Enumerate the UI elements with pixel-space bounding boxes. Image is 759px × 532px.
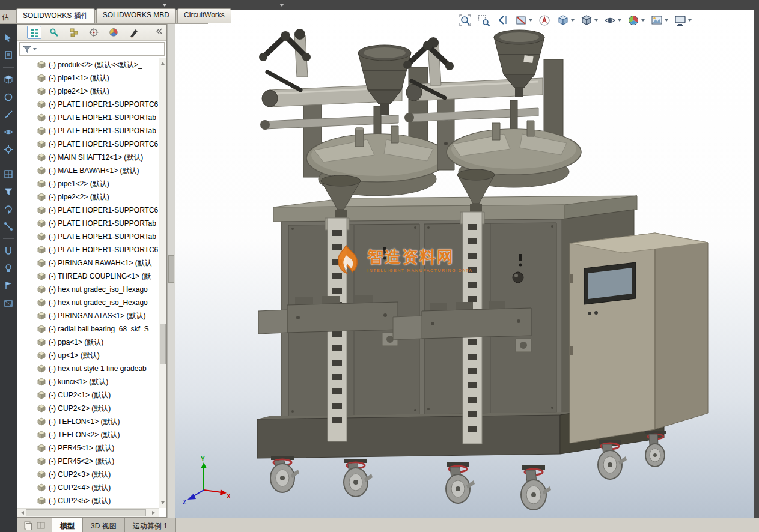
dock-bulb-icon[interactable] — [3, 263, 14, 274]
tree-item[interactable]: (-) PLATE HOPER1-SUPPORTC6 — [17, 98, 159, 111]
tab-solidworks-addins[interactable]: SOLIDWORKS 插件 — [16, 8, 95, 23]
tab-motion-study-1[interactable]: 运动算例 1 — [125, 518, 176, 532]
dimxpertmanager-tab[interactable] — [87, 26, 101, 39]
tree-item[interactable]: (-) TEFLON<2> (默认) — [17, 428, 159, 441]
tree-item[interactable]: (-) PLATE HOPER1-SUPPORTC6 — [17, 138, 159, 151]
dock-grid-icon[interactable] — [3, 169, 14, 180]
tree-item[interactable]: (-) MAIN SHAFT12<1> (默认) — [17, 151, 159, 164]
tree-item[interactable]: (-) CUP2<4> (默认) — [17, 481, 159, 494]
tree-item[interactable]: (-) hex nut gradec_iso_Hexago — [17, 283, 159, 296]
scroll-right-arrow-icon[interactable] — [152, 511, 157, 515]
dropdown-caret-icon[interactable] — [688, 19, 692, 23]
display-style-button[interactable] — [580, 14, 598, 27]
scroll-down-arrow-icon[interactable] — [161, 501, 165, 506]
tree-item[interactable]: (-) PLATE HOPER1-SUPPORTab — [17, 111, 159, 124]
dock-gear-icon[interactable] — [3, 144, 14, 155]
dock-circle-icon[interactable] — [3, 92, 14, 103]
view-orientation-button[interactable] — [556, 14, 575, 27]
edit-appearance-button[interactable] — [627, 14, 645, 27]
tree-item[interactable]: (-) CUP2<3> (默认) — [17, 468, 159, 481]
dock-filter-icon[interactable] — [3, 186, 14, 197]
dropdown-caret-icon[interactable] — [641, 19, 645, 23]
scroll-left-arrow-icon[interactable] — [19, 511, 24, 515]
tree-item[interactable]: (-) CUP2<5> (默认) — [17, 494, 159, 507]
dock-section-icon[interactable] — [3, 298, 14, 309]
hide-show-items-button[interactable] — [603, 14, 621, 27]
scroll-up-arrow-icon[interactable] — [161, 60, 165, 65]
tree-item[interactable]: (-) hex nut gradec_iso_Hexago — [17, 296, 159, 309]
dock-cube-icon[interactable] — [3, 74, 14, 85]
tree-item[interactable]: (-) up<1> (默认) — [17, 349, 159, 362]
view-settings-button[interactable] — [674, 14, 692, 27]
scroll-thumb[interactable] — [160, 324, 166, 364]
view-orientation-icon — [556, 14, 570, 27]
splitter-icon[interactable] — [36, 521, 46, 530]
tree-item[interactable]: (-) kunci<1> (默认) — [17, 375, 159, 388]
tree-item[interactable]: (-) PLATE HOPER1-SUPPORTab — [17, 230, 159, 243]
tree-item[interactable]: (-) THREAD COUPLING<1> (默 — [17, 270, 159, 283]
tab-circuitworks[interactable]: CircuitWorks — [177, 8, 231, 23]
apply-scene-button[interactable] — [650, 14, 668, 27]
dock-document-icon[interactable] — [3, 50, 14, 61]
tree-item[interactable]: (-) CUP2<1> (默认) — [17, 388, 159, 402]
annotation-view-button[interactable] — [538, 14, 551, 27]
tab-solidworks-mbd[interactable]: SOLIDWORKS MBD — [96, 8, 176, 23]
tree-item[interactable]: (-) pipe2<1> (默认) — [17, 85, 159, 98]
dock-rotate-icon[interactable] — [3, 204, 14, 214]
tree-item[interactable]: (-) PIRINGAN ATAS<1> (默认) — [17, 309, 159, 322]
scroll-thumb[interactable] — [26, 509, 146, 516]
section-view-icon — [514, 14, 528, 27]
dropdown-caret-icon[interactable] — [529, 19, 532, 23]
tab-model[interactable]: 模型 — [52, 518, 83, 532]
panel-splitter-scrollbar[interactable] — [167, 24, 175, 518]
previous-view-button[interactable] — [496, 14, 509, 27]
part-icon — [37, 74, 46, 82]
solidworks-window: 估 SOLIDWORKS 插件 SOLIDWORKS MBD CircuitWo… — [0, 0, 759, 532]
graphics-area[interactable]: 智造资料网 INTELLIGENT MANUFACTURING DATA Y X… — [175, 10, 754, 518]
tree-item[interactable]: (-) radial ball bearing_68_skf_S — [17, 322, 159, 336]
tree-item[interactable]: (-) PLATE HOPER1-SUPPORTC6 — [17, 243, 159, 256]
tree-item[interactable]: (-) PER45<2> (默认) — [17, 455, 159, 468]
zoom-area-button[interactable] — [477, 14, 490, 27]
configurationmanager-tab[interactable] — [67, 26, 81, 39]
collapse-panel-icon[interactable] — [154, 27, 163, 38]
dock-eye-icon[interactable] — [3, 127, 14, 138]
tree-item[interactable]: (-) ppa<1> (默认) — [17, 336, 159, 349]
tab-evaluate-partial[interactable]: 估 — [2, 13, 9, 23]
appearances-tab[interactable] — [126, 26, 141, 39]
quick-access-caret-icon[interactable] — [279, 4, 284, 9]
tree-item[interactable]: (-) TEFLON<1> (默认) — [17, 415, 159, 428]
tree-item[interactable]: (-) PLATE HOPER1-SUPPORTC6 — [17, 204, 159, 217]
tree-item[interactable]: (-) PIRINGAN BAWAH<1> (默认 — [17, 256, 159, 270]
tree-horizontal-scrollbar[interactable] — [17, 508, 159, 517]
section-view-button[interactable] — [514, 14, 532, 27]
tab-3d-views[interactable]: 3D 视图 — [83, 518, 125, 532]
dock-select-icon[interactable] — [3, 32, 14, 43]
tree-item[interactable]: (-) CUP2<2> (默认) — [17, 402, 159, 415]
zoom-fit-button[interactable] — [459, 14, 472, 27]
tree-item[interactable]: (-) PER45<1> (默认) — [17, 441, 159, 455]
tree-filter[interactable] — [19, 42, 165, 56]
tree-vertical-scrollbar[interactable] — [159, 58, 166, 508]
dropdown-caret-icon[interactable] — [665, 19, 668, 23]
tree-item[interactable]: (-) pipe1<1> (默认) — [17, 71, 159, 85]
dock-measure-icon[interactable] — [3, 221, 14, 232]
scroll-thumb[interactable] — [168, 255, 174, 283]
dock-ruler-icon[interactable] — [3, 109, 14, 120]
dock-flag-icon[interactable] — [3, 280, 14, 291]
sheet-icon[interactable] — [23, 521, 32, 530]
dock-magnet-icon[interactable] — [3, 246, 14, 256]
tree-item[interactable]: (-) pipe2<2> (默认) — [17, 190, 159, 204]
tree-item[interactable]: (-) MALE BAWAH<1> (默认) — [17, 164, 159, 177]
tree-item[interactable]: (-) hex nut style 1 fine gradeab — [17, 362, 159, 375]
tree-item[interactable]: (-) produk<2> (默认<<默认>_ — [17, 58, 159, 71]
dropdown-caret-icon[interactable] — [618, 19, 621, 23]
dropdown-caret-icon[interactable] — [594, 19, 598, 23]
tree-item[interactable]: (-) pipe1<2> (默认) — [17, 177, 159, 190]
displaymanager-tab[interactable] — [106, 26, 121, 39]
propertymanager-tab[interactable] — [47, 26, 61, 39]
tree-item[interactable]: (-) PLATE HOPER1-SUPPORTab — [17, 124, 159, 138]
tree-item[interactable]: (-) PLATE HOPER1-SUPPORTab — [17, 217, 159, 230]
featuremanager-tab[interactable] — [27, 26, 41, 39]
dropdown-caret-icon[interactable] — [571, 19, 575, 23]
